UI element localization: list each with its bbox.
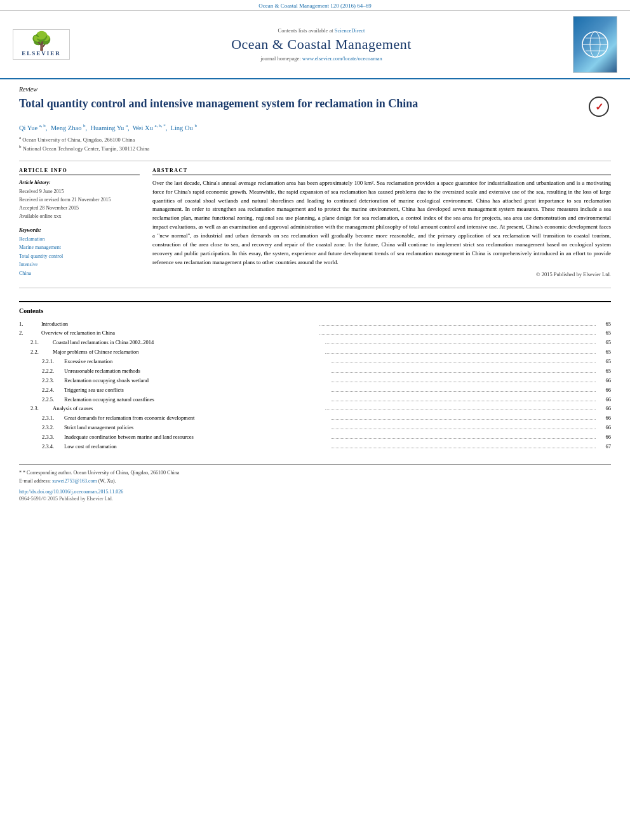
abstract-header: Abstract bbox=[152, 168, 611, 175]
item-dots-2-2 bbox=[325, 353, 596, 354]
author-wei-xu: Wei Xu bbox=[133, 124, 153, 131]
author-huaming-yu-affil: a bbox=[126, 123, 128, 128]
contents-item-2-2: 2.2. Major problems of Chinese reclamati… bbox=[19, 347, 611, 357]
contents-list: 1. Introduction 65 2. Overview of reclam… bbox=[19, 319, 611, 451]
affil-a-text: Ocean University of China, Qingdao, 2661… bbox=[22, 136, 135, 142]
item-num-2-3-4: 2.3.4. bbox=[42, 442, 64, 451]
contents-item-2-2-3: 2.2.3. Reclamation occupying shoals wetl… bbox=[19, 376, 611, 385]
author-meng-zhao: Meng Zhao bbox=[51, 124, 82, 131]
item-dots-2-3-2 bbox=[331, 429, 596, 429]
item-label-2-2-5: Reclamation occupying natural coastlines bbox=[64, 395, 330, 404]
doi-link[interactable]: http://dx.doi.org/10.1016/j.ocecoaman.20… bbox=[19, 489, 123, 495]
item-num-2: 2. bbox=[19, 328, 41, 338]
item-num-2-2-4: 2.2.4. bbox=[42, 385, 64, 395]
doi-line: http://dx.doi.org/10.1016/j.ocecoaman.20… bbox=[19, 489, 611, 495]
article-body-columns: Article Info Article history: Received 9… bbox=[19, 168, 611, 278]
available-online: Available online xxx bbox=[19, 213, 140, 221]
journal-cover-image bbox=[573, 16, 617, 73]
elsevier-tree-icon: 🌳 bbox=[16, 32, 67, 50]
item-dots-2-3-4 bbox=[331, 448, 596, 448]
footer-section: * * Corresponding author. Ocean Universi… bbox=[19, 464, 611, 502]
contents-item-2-3-2: 2.3.2. Strict land management policies 6… bbox=[19, 423, 611, 432]
item-label-2-3-4: Low cost of reclamation bbox=[64, 442, 330, 451]
item-label-2-2-4: Triggering sea use conflicts bbox=[64, 385, 330, 395]
item-label-2-3-3: Inadequate coordination between marine a… bbox=[64, 432, 330, 442]
sciencedirect-link[interactable]: ScienceDirect bbox=[335, 27, 365, 34]
issn-line: 0964-5691/© 2015 Published by Elsevier L… bbox=[19, 496, 611, 502]
abstract-column: Abstract Over the last decade, China's a… bbox=[152, 168, 611, 278]
item-dots-2-2-1 bbox=[331, 363, 596, 363]
elsevier-logo: 🌳 ELSEVIER bbox=[13, 29, 70, 60]
item-label-2-2-3: Reclamation occupying shoals wetland bbox=[64, 376, 330, 385]
item-num-2-2-1: 2.2.1. bbox=[42, 357, 64, 366]
item-label-2-2-2: Unreasonable reclamation methods bbox=[64, 366, 330, 376]
contents-item-1: 1. Introduction 65 bbox=[19, 319, 611, 329]
journal-citation-link[interactable]: Ocean & Coastal Management 120 (2016) 64… bbox=[258, 3, 371, 9]
contents-item-2-3-3: 2.3.3. Inadequate coordination between m… bbox=[19, 432, 611, 442]
sciencedirect-prefix: Contents lists available at bbox=[278, 27, 335, 34]
keywords-label: Keywords: bbox=[19, 227, 140, 233]
item-label-1: Introduction bbox=[41, 319, 318, 329]
item-label-2: Overview of reclamation in China bbox=[41, 328, 318, 338]
article-title: Total quantity control and intensive man… bbox=[19, 97, 579, 111]
article-history: Article history: Received 9 June 2015 Re… bbox=[19, 179, 140, 221]
sciencedirect-line: Contents lists available at ScienceDirec… bbox=[70, 27, 573, 34]
contents-item-2-2-2: 2.2.2. Unreasonable reclamation methods … bbox=[19, 366, 611, 376]
item-num-2-2-3: 2.2.3. bbox=[42, 376, 64, 385]
affiliation-a: a Ocean University of China, Qingdao, 26… bbox=[19, 135, 611, 144]
item-dots-2-2-3 bbox=[331, 382, 596, 382]
item-page-2-2-5: 66 bbox=[598, 395, 611, 404]
item-page-2-2-1: 65 bbox=[598, 357, 611, 366]
keyword-3: Total quantity control bbox=[19, 252, 140, 261]
item-page-1: 65 bbox=[598, 319, 611, 329]
item-page-2-3-3: 66 bbox=[598, 432, 611, 442]
contents-item-2-3: 2.3. Analysis of causes 66 bbox=[19, 404, 611, 413]
divider-1 bbox=[19, 161, 611, 161]
article-type-label: Review bbox=[19, 86, 611, 93]
item-num-2-2-2: 2.2.2. bbox=[42, 366, 64, 376]
contents-title: Contents bbox=[19, 307, 611, 314]
item-page-2-3-1: 66 bbox=[598, 413, 611, 423]
received-revised-date: Received in revised form 21 November 201… bbox=[19, 196, 140, 204]
contents-item-2-2-4: 2.2.4. Triggering sea use conflicts 66 bbox=[19, 385, 611, 395]
history-label: Article history: bbox=[19, 179, 140, 187]
journal-center-block: Contents lists available at ScienceDirec… bbox=[70, 27, 573, 62]
corresponding-text: * Corresponding author. Ocean University… bbox=[23, 470, 179, 476]
divider-2 bbox=[19, 288, 611, 288]
contents-item-2: 2. Overview of reclamation in China 65 bbox=[19, 328, 611, 338]
author-qi-yue-affil: a, b bbox=[39, 123, 46, 128]
item-label-2-2: Major problems of Chinese reclamation bbox=[53, 347, 324, 357]
received-date: Received 9 June 2015 bbox=[19, 188, 140, 196]
email-label: E-mail address: bbox=[19, 478, 52, 484]
item-page-2-3-2: 66 bbox=[598, 423, 611, 432]
item-dots-2-3-1 bbox=[331, 419, 596, 420]
keyword-1: Reclamation bbox=[19, 235, 140, 244]
email-suffix: (W, Xu). bbox=[97, 478, 116, 484]
item-page-2-1: 65 bbox=[598, 338, 611, 347]
journal-citation-bar: Ocean & Coastal Management 120 (2016) 64… bbox=[0, 0, 630, 11]
item-dots-2-3-3 bbox=[331, 438, 596, 439]
item-num-2-3-3: 2.3.3. bbox=[42, 432, 64, 442]
email-link[interactable]: xuwei2753@163.com bbox=[52, 478, 97, 484]
item-label-2-3-1: Great demands for reclamation from econo… bbox=[64, 413, 330, 423]
author-wei-xu-affil: a, b, * bbox=[155, 123, 166, 128]
item-num-1: 1. bbox=[19, 319, 41, 329]
crossmark-badge: ✓ bbox=[589, 97, 611, 117]
elsevier-wordmark: ELSEVIER bbox=[16, 50, 67, 57]
contents-item-2-2-1: 2.2.1. Excessive reclamation 65 bbox=[19, 357, 611, 366]
author-huaming-yu: Huaming Yu bbox=[90, 124, 124, 131]
journal-cover-box bbox=[573, 16, 617, 73]
item-label-2-2-1: Excessive reclamation bbox=[64, 357, 330, 366]
item-num-2-2-5: 2.2.5. bbox=[42, 395, 64, 404]
author-ling-ou-affil: b bbox=[194, 123, 197, 128]
item-dots-2-2-2 bbox=[331, 372, 596, 373]
item-dots-2-2-4 bbox=[331, 391, 596, 392]
accepted-date: Accepted 28 November 2015 bbox=[19, 204, 140, 213]
journal-homepage-link[interactable]: www.elsevier.com/locate/ocecoaman bbox=[302, 55, 382, 62]
contents-item-2-1: 2.1. Coastal land reclamations in China … bbox=[19, 338, 611, 347]
affiliation-b: b National Ocean Technology Center, Tian… bbox=[19, 143, 611, 153]
item-dots-2 bbox=[319, 334, 596, 335]
item-page-2-2: 65 bbox=[598, 347, 611, 357]
item-label-2-3-2: Strict land management policies bbox=[64, 423, 330, 432]
affiliations: a Ocean University of China, Qingdao, 26… bbox=[19, 135, 611, 153]
